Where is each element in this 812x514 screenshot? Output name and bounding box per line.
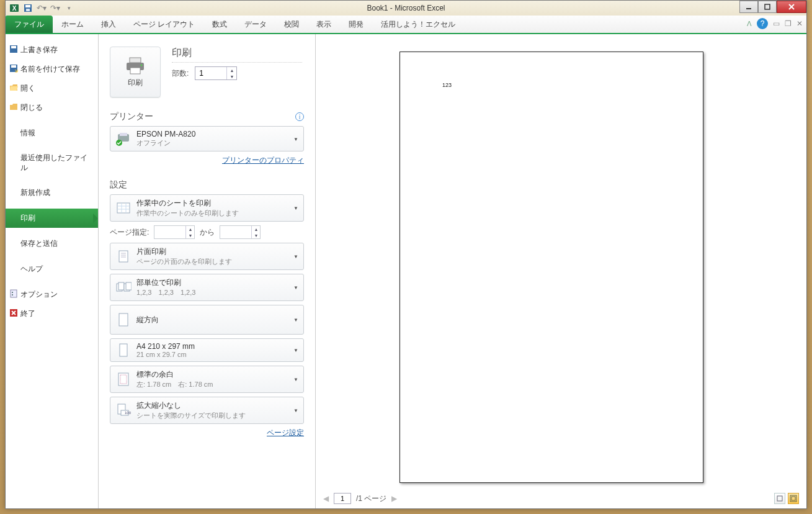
printer-name: EPSON PM-A820 [136, 130, 195, 138]
minimize-ribbon-icon[interactable]: ᐱ [747, 20, 752, 28]
help-icon[interactable]: ? [757, 18, 768, 29]
tab-page-layout[interactable]: ページ レイアウト [125, 16, 203, 33]
print-scope-selector[interactable]: 作業中のシートを印刷 作業中のシートのみを印刷します ▼ [110, 194, 304, 222]
title-bar: X ↶▾ ↷▾ ▾ Book1 - Microsoft Excel [6, 1, 806, 16]
sidebar-item-help[interactable]: ヘルプ [6, 259, 98, 279]
copies-input[interactable]: 1 ▲▼ [195, 66, 237, 80]
zoom-to-page-button[interactable] [774, 493, 785, 504]
tab-view[interactable]: 表示 [308, 16, 340, 33]
current-page-input[interactable] [334, 493, 351, 504]
scope-sub: 作業中のシートのみを印刷します [136, 209, 239, 218]
sidebar-item-info[interactable]: 情報 [6, 124, 98, 143]
svg-point-22 [141, 64, 143, 66]
paper-title: A4 210 x 297 mm [136, 342, 195, 351]
tab-formulas[interactable]: 数式 [203, 16, 236, 33]
collate-selector[interactable]: 部単位で印刷 1,2,3 1,2,3 1,2,3 ▼ [110, 274, 304, 301]
dropdown-caret-icon: ▼ [293, 317, 298, 323]
sidebar-label: 上書き保存 [20, 45, 58, 54]
sidebar-label: 終了 [20, 309, 35, 318]
window-controls [739, 1, 806, 13]
svg-text:X: X [12, 5, 17, 12]
paper-sub: 21 cm x 29.7 cm [136, 351, 195, 358]
svg-rect-19 [130, 58, 141, 63]
copies-up[interactable]: ▲ [227, 67, 236, 73]
dropdown-caret-icon: ▼ [293, 285, 298, 291]
prev-page-button[interactable]: ◀ [323, 494, 329, 503]
duplex-selector[interactable]: 片面印刷 ページの片面のみを印刷します ▼ [110, 243, 304, 270]
sidebar-item-recent[interactable]: 最近使用したファイル [6, 149, 98, 177]
page-total-label: /1 ページ [356, 494, 386, 504]
print-preview-pane: 123 ◀ /1 ページ ▶ [316, 34, 806, 508]
mdi-minimize-icon[interactable]: ▭ [773, 19, 780, 28]
collate-sub: 1,2,3 1,2,3 1,2,3 [136, 288, 195, 297]
printer-selector[interactable]: EPSON PM-A820 オフライン ▼ [110, 126, 304, 151]
zoom-fit-button[interactable] [788, 493, 799, 504]
backstage-sidebar: 上書き保存 名前を付けて保存 開く 閉じる 情報 最近使用したファイル 新規作成… [6, 34, 99, 508]
tab-developer[interactable]: 開発 [340, 16, 372, 33]
svg-point-14 [12, 292, 13, 293]
preview-zoom-controls [774, 493, 799, 504]
sidebar-item-save-send[interactable]: 保存と送信 [6, 234, 98, 253]
paper-icon [115, 342, 132, 358]
redo-icon[interactable]: ↷▾ [50, 3, 60, 13]
page-from-input[interactable]: ▲▼ [154, 225, 195, 239]
tab-home[interactable]: ホーム [53, 16, 92, 33]
page-to-input[interactable]: ▲▼ [220, 225, 261, 239]
tab-file[interactable]: ファイル [6, 16, 53, 33]
sidebar-label: 情報 [20, 128, 35, 137]
maximize-button[interactable] [758, 1, 777, 13]
print-button-label: 印刷 [128, 78, 143, 88]
sidebar-item-new[interactable]: 新規作成 [6, 183, 98, 202]
sidebar-item-exit[interactable]: 終了 [6, 304, 98, 323]
page-range-row: ページ指定: ▲▼ から ▲▼ [110, 225, 304, 239]
minimize-button[interactable] [739, 1, 758, 13]
undo-icon[interactable]: ↶▾ [37, 3, 47, 13]
printer-heading: プリンター [110, 111, 153, 122]
tab-addon[interactable]: 活用しよう！エクセル [372, 16, 464, 33]
printer-info-icon[interactable]: i [295, 112, 304, 121]
duplex-sub: ページの片面のみを印刷します [136, 257, 232, 266]
exit-icon [9, 309, 18, 317]
svg-rect-26 [117, 203, 130, 213]
excel-icon: X [9, 3, 19, 13]
dropdown-caret-icon: ▼ [293, 348, 298, 353]
sidebar-item-options[interactable]: オプション [6, 285, 98, 304]
sidebar-label: ヘルプ [20, 264, 43, 273]
print-button[interactable]: 印刷 [110, 47, 161, 97]
sidebar-label: 新規作成 [20, 188, 50, 197]
next-page-button[interactable]: ▶ [391, 494, 397, 503]
sidebar-item-open[interactable]: 開く [6, 79, 98, 98]
sidebar-label: 印刷 [20, 214, 35, 222]
orientation-selector[interactable]: 縦方向 ▼ [110, 305, 304, 335]
page-setup-link[interactable]: ページ設定 [267, 428, 304, 437]
scaling-selector[interactable]: 100 拡大縮小なし シートを実際のサイズで印刷します ▼ [110, 397, 304, 424]
qat-customize-icon[interactable]: ▾ [64, 3, 74, 13]
sidebar-label: 閉じる [20, 103, 43, 112]
mdi-restore-icon[interactable]: ❐ [785, 19, 792, 28]
preview-footer: ◀ /1 ページ ▶ [316, 492, 806, 505]
print-settings-pane: 印刷 印刷 部数: 1 ▲▼ プリンター i [99, 34, 316, 508]
orientation-title: 縦方向 [136, 315, 159, 325]
sidebar-item-print[interactable]: 印刷 [6, 209, 98, 228]
tab-data[interactable]: データ [236, 16, 275, 33]
close-button[interactable] [777, 1, 806, 13]
margins-sub: 左: 1.78 cm 右: 1.78 cm [136, 380, 213, 389]
copies-down[interactable]: ▼ [227, 73, 236, 79]
sidebar-item-save[interactable]: 上書き保存 [6, 40, 98, 60]
tab-insert[interactable]: 挿入 [92, 16, 125, 33]
settings-heading: 設定 [110, 179, 127, 191]
mdi-close-icon[interactable]: ✕ [796, 19, 803, 28]
svg-rect-38 [126, 282, 132, 290]
save-icon[interactable] [23, 3, 33, 13]
scaling-icon: 100 [115, 402, 132, 418]
margins-selector[interactable]: 標準の余白 左: 1.78 cm 右: 1.78 cm ▼ [110, 366, 304, 393]
tab-review[interactable]: 校閲 [275, 16, 308, 33]
sidebar-item-save-as[interactable]: 名前を付けて保存 [6, 60, 98, 79]
scaling-sub: シートを実際のサイズで印刷します [136, 411, 246, 420]
paper-size-selector[interactable]: A4 210 x 297 mm 21 cm x 29.7 cm ▼ [110, 338, 304, 362]
sidebar-label: 保存と送信 [20, 239, 58, 248]
printer-properties-link[interactable]: プリンターのプロパティ [222, 156, 304, 165]
margins-title: 標準の余白 [136, 369, 213, 380]
svg-rect-6 [765, 4, 770, 9]
sidebar-item-close[interactable]: 閉じる [6, 98, 98, 117]
